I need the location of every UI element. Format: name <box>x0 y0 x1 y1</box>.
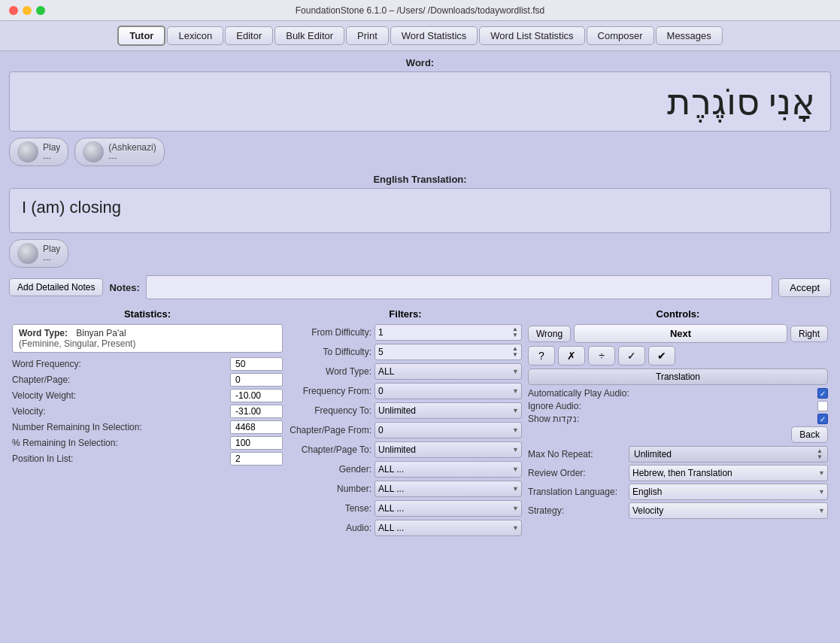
stat-row-remaining: Number Remaining In Selection: 4468 <box>12 420 283 434</box>
play-translation-sublabel: --- <box>43 254 60 263</box>
word-type-detail: (Feminine, Singular, Present) <box>19 338 276 349</box>
stat-value-velocity: -31.00 <box>230 405 283 418</box>
stat-row-pct-remaining: % Remaining In Selection: 100 <box>12 436 283 450</box>
review-order-wrapper: Hebrew, then Translation <box>629 465 828 481</box>
tab-word-statistics[interactable]: Word Statistics <box>390 26 478 45</box>
filter-label-to-difficulty: To Difficulty: <box>289 347 371 357</box>
stat-label-frequency: Word Frequency: <box>12 359 227 369</box>
word-type-row: Word Type: Binyan Pa'al <box>19 328 276 338</box>
stat-label-velocity-weight: Velocity Weight: <box>12 390 227 401</box>
filter-row-to-difficulty: To Difficulty: 5 ▲▼ <box>289 344 522 360</box>
word-type-box: Word Type: Binyan Pa'al (Feminine, Singu… <box>12 324 283 353</box>
translation-lang-row: Translation Language: English <box>528 484 828 500</box>
controls-symbols-row: ? ✗ ÷ ✓ ✔ <box>528 346 828 365</box>
speaker-icon <box>17 141 38 162</box>
symbol-div-button[interactable]: ÷ <box>588 346 615 365</box>
filter-row-tense: Tense: ALL ... <box>289 500 522 517</box>
filter-freq-from-select[interactable]: 0 <box>375 383 522 399</box>
filter-row-audio: Audio: ALL ... <box>289 520 522 536</box>
filter-row-chapter-to: Chapter/Page To: Unlimited <box>289 441 522 458</box>
tab-bulk-editor[interactable]: Bulk Editor <box>274 26 344 45</box>
filter-chapter-from-select[interactable]: 0 <box>375 422 522 438</box>
tab-print[interactable]: Print <box>346 26 389 45</box>
symbol-question-button[interactable]: ? <box>528 346 555 365</box>
word-type-name: Binyan Pa'al <box>76 328 126 338</box>
filter-label-chapter-from: Chapter/Page From: <box>289 425 371 435</box>
stat-value-position: 2 <box>230 452 283 466</box>
filter-gender-wrapper: ALL ... <box>375 461 522 478</box>
stat-value-pct-remaining: 100 <box>230 436 283 450</box>
maximize-button[interactable] <box>36 6 45 15</box>
symbol-x-button[interactable]: ✗ <box>558 346 585 365</box>
stat-row-velocity-weight: Velocity Weight: -10.00 <box>12 389 283 402</box>
translation-display: I (am) closing <box>9 188 831 233</box>
play-button-translation[interactable]: Play --- <box>9 239 68 268</box>
review-order-select[interactable]: Hebrew, then Translation <box>629 465 828 481</box>
translation-lang-select[interactable]: English <box>629 484 828 500</box>
stepper-arrows-from[interactable]: ▲▼ <box>512 326 518 338</box>
play-sublabel: --- <box>43 153 60 162</box>
tab-word-list-statistics[interactable]: Word List Statistics <box>479 26 584 45</box>
filter-to-difficulty-stepper[interactable]: 5 ▲▼ <box>375 344 522 360</box>
statistics-title: Statistics: <box>12 308 283 320</box>
stat-row-chapter: Chapter/Page: 0 <box>12 373 283 387</box>
stepper-arrows-to[interactable]: ▲▼ <box>512 346 518 358</box>
max-repeat-value: Unlimited <box>634 449 672 460</box>
notes-row: Add Detailed Notes Notes: Accept <box>9 275 831 299</box>
wrong-button[interactable]: Wrong <box>528 326 571 342</box>
next-button[interactable]: Next <box>574 324 787 343</box>
filter-gender-select[interactable]: ALL ... <box>375 461 522 478</box>
max-repeat-stepper-arrows[interactable]: ▲▼ <box>817 448 823 460</box>
stat-row-velocity: Velocity: -31.00 <box>12 405 283 418</box>
ignore-audio-checkbox[interactable] <box>817 401 828 411</box>
back-button[interactable]: Back <box>791 426 828 443</box>
symbol-checkmark-button[interactable]: ✔ <box>648 346 675 365</box>
stat-label-remaining: Number Remaining In Selection: <box>12 422 227 432</box>
filter-chapter-to-wrapper: Unlimited <box>375 441 522 458</box>
tab-messages[interactable]: Messages <box>656 26 723 45</box>
play-button-main[interactable]: Play --- <box>9 138 68 166</box>
filter-freq-to-wrapper: Unlimited <box>375 402 522 419</box>
filters-panel: Filters: From Difficulty: 1 ▲▼ To Diffic… <box>289 308 522 539</box>
notes-input[interactable] <box>146 275 772 299</box>
close-button[interactable] <box>9 6 18 15</box>
filter-word-type-select[interactable]: ALL <box>375 363 522 380</box>
bottom-section: Statistics: Word Type: Binyan Pa'al (Fem… <box>9 308 831 539</box>
right-button[interactable]: Right <box>790 326 828 342</box>
filter-chapter-to-select[interactable]: Unlimited <box>375 441 522 458</box>
filter-from-difficulty-stepper[interactable]: 1 ▲▼ <box>375 324 522 341</box>
strategy-select[interactable]: Velocity <box>629 502 828 519</box>
stat-row-position: Position In List: 2 <box>12 452 283 466</box>
filter-row-word-type: Word Type: ALL <box>289 363 522 380</box>
max-repeat-select[interactable]: Unlimited ▲▼ <box>629 446 828 463</box>
accept-button[interactable]: Accept <box>778 278 831 297</box>
tab-composer[interactable]: Composer <box>587 26 654 45</box>
filter-row-freq-from: Frequency From: 0 <box>289 383 522 399</box>
stat-label-chapter: Chapter/Page: <box>12 375 227 385</box>
max-repeat-row: Max No Repeat: Unlimited ▲▼ <box>528 446 828 463</box>
translation-button[interactable]: Translation <box>528 369 828 385</box>
filter-label-word-type: Word Type: <box>289 366 371 377</box>
stat-label-velocity: Velocity: <box>12 406 227 417</box>
audio-row-translation: Play --- <box>9 239 831 268</box>
play-button-ashkenazi[interactable]: (Ashkenazi) --- <box>74 138 164 166</box>
review-order-row: Review Order: Hebrew, then Translation <box>528 465 828 481</box>
filter-freq-to-select[interactable]: Unlimited <box>375 402 522 419</box>
symbol-check-button[interactable]: ✓ <box>618 346 645 365</box>
filter-label-freq-from: Frequency From: <box>289 386 371 396</box>
filter-label-from-difficulty: From Difficulty: <box>289 327 371 338</box>
window-title: FoundationStone 6.1.0 – /Users/ /Downloa… <box>296 5 545 16</box>
tab-editor[interactable]: Editor <box>225 26 273 45</box>
ashkenazi-sublabel: --- <box>108 153 156 162</box>
show-nikkud-checkbox[interactable]: ✓ <box>817 414 828 424</box>
tab-lexicon[interactable]: Lexicon <box>167 26 223 45</box>
speaker-translation-icon <box>17 243 38 264</box>
filter-number-select[interactable]: ALL ... <box>375 481 522 497</box>
tab-tutor[interactable]: Tutor <box>117 26 165 46</box>
filter-tense-select[interactable]: ALL ... <box>375 500 522 517</box>
minimize-button[interactable] <box>23 6 32 15</box>
add-notes-button[interactable]: Add Detailed Notes <box>9 278 103 296</box>
filter-audio-select[interactable]: ALL ... <box>375 520 522 536</box>
auto-play-checkbox[interactable]: ✓ <box>817 388 828 399</box>
ignore-audio-row: Ignore Audio: <box>528 401 828 411</box>
